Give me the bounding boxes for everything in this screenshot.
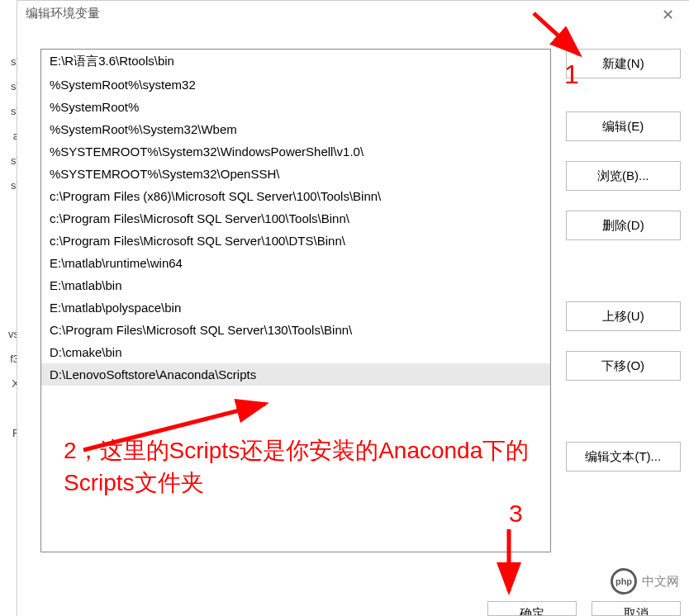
browse-button[interactable]: 浏览(B)... bbox=[566, 161, 681, 191]
list-item[interactable]: E:\R语言3.6\Rtools\bin bbox=[41, 50, 550, 73]
watermark-text: 中文网 bbox=[642, 574, 679, 590]
list-item[interactable]: E:\matlab\polyspace\bin bbox=[41, 296, 550, 319]
list-item[interactable]: E:\matlab\bin bbox=[41, 274, 550, 296]
ok-button[interactable]: 确定 bbox=[487, 601, 577, 616]
list-item[interactable]: D:\cmake\bin bbox=[41, 341, 550, 363]
move-down-button[interactable]: 下移(O) bbox=[566, 351, 681, 381]
list-item[interactable]: %SystemRoot%\system32 bbox=[41, 73, 550, 96]
dialog-content: E:\R语言3.6\Rtools\bin%SystemRoot%\system3… bbox=[17, 34, 689, 616]
list-item[interactable]: %SYSTEMROOT%\System32\OpenSSH\ bbox=[41, 163, 550, 185]
watermark-logo-icon: php bbox=[611, 568, 637, 595]
list-item[interactable]: c:\Program Files\Microsoft SQL Server\10… bbox=[41, 230, 550, 252]
cancel-button[interactable]: 取消 bbox=[592, 601, 681, 616]
dialog-bottom-buttons: 确定 取消 bbox=[487, 601, 681, 616]
close-icon[interactable]: ✕ bbox=[657, 6, 679, 24]
titlebar: 编辑环境变量 ✕ bbox=[17, 1, 689, 34]
edit-env-var-dialog: 编辑环境变量 ✕ E:\R语言3.6\Rtools\bin%SystemRoot… bbox=[17, 0, 689, 616]
edit-text-button[interactable]: 编辑文本(T)... bbox=[566, 442, 681, 471]
list-item[interactable]: C:\Program Files\Microsoft SQL Server\13… bbox=[41, 319, 550, 341]
list-item[interactable]: D:\LenovoSoftstore\Anaconda\Scripts bbox=[41, 363, 550, 386]
button-column: 新建(N) 编辑(E) 浏览(B)... 删除(D) 上移(U) 下移(O) 编… bbox=[566, 49, 681, 616]
watermark: php 中文网 bbox=[611, 568, 679, 595]
delete-button[interactable]: 删除(D) bbox=[566, 211, 681, 240]
list-item[interactable]: %SystemRoot%\System32\Wbem bbox=[41, 118, 550, 140]
edit-button[interactable]: 编辑(E) bbox=[566, 111, 681, 141]
list-item[interactable]: %SYSTEMROOT%\System32\WindowsPowerShell\… bbox=[41, 140, 550, 163]
new-button[interactable]: 新建(N) bbox=[566, 49, 681, 78]
list-item[interactable]: c:\Program Files\Microsoft SQL Server\10… bbox=[41, 207, 550, 230]
list-item[interactable]: E:\matlab\runtime\win64 bbox=[41, 252, 550, 274]
path-listbox[interactable]: E:\R语言3.6\Rtools\bin%SystemRoot%\system3… bbox=[40, 49, 551, 552]
list-item[interactable]: %SystemRoot% bbox=[41, 96, 550, 118]
dialog-title: 编辑环境变量 bbox=[26, 6, 100, 21]
list-item[interactable]: c:\Program Files (x86)\Microsoft SQL Ser… bbox=[41, 185, 550, 207]
move-up-button[interactable]: 上移(U) bbox=[566, 301, 681, 331]
